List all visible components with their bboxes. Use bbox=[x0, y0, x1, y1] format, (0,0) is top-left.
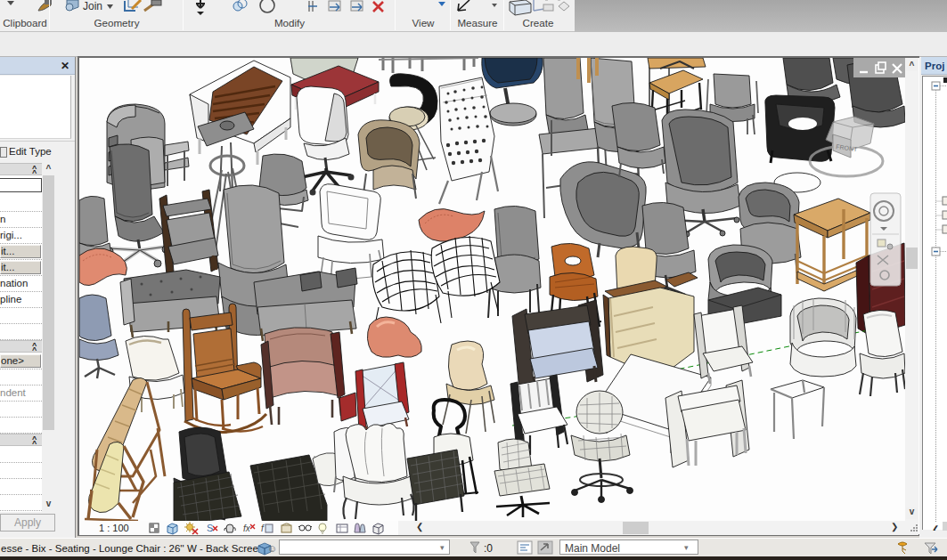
svg-text:☺: ☺ bbox=[267, 543, 277, 554]
svg-text:fx: fx bbox=[243, 523, 251, 533]
svg-text:f: f bbox=[261, 523, 265, 533]
svg-text:❮: ❮ bbox=[932, 524, 939, 531]
svg-text:S: S bbox=[207, 523, 213, 533]
svg-text:Join: Join bbox=[83, 0, 102, 12]
